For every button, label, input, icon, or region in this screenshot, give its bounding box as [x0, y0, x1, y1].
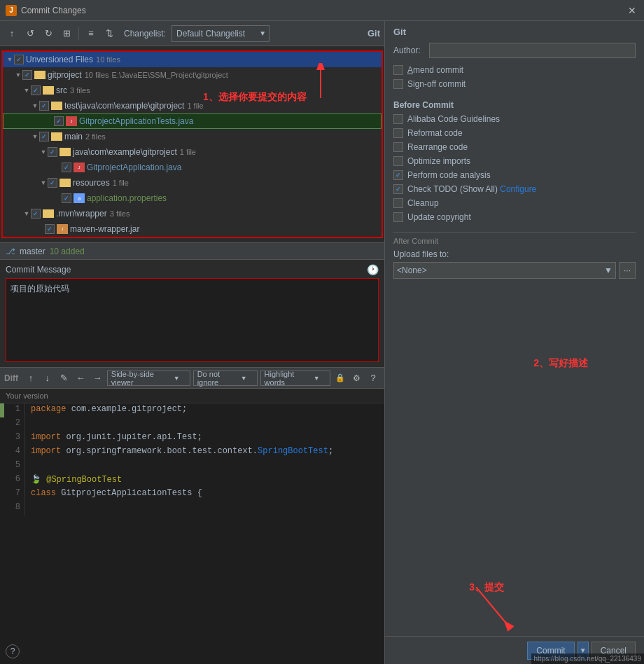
java-pkg-expand-arrow: ▼	[39, 148, 48, 156]
git-section-label: Git	[393, 27, 636, 37]
refresh-btn[interactable]: ↻	[41, 26, 56, 41]
alibaba-checkbox[interactable]	[393, 114, 403, 124]
diff-down-btn[interactable]: ↓	[41, 371, 55, 386]
unversioned-files-row[interactable]: ▼ ✓ Unversioned Files 10 files	[3, 52, 382, 67]
upload-dropdown[interactable]: <None> ▼	[393, 262, 616, 279]
jar-checkbox[interactable]: ✓	[45, 224, 55, 234]
java-pkg-row[interactable]: ▼ ✓ java\com\example\gitproject 1 file	[3, 144, 382, 160]
main-count: 2 files	[85, 132, 106, 141]
viewer-dropdown[interactable]: Side-by-side viewer ▼	[107, 371, 190, 386]
group-btn[interactable]: ⊞	[59, 26, 74, 41]
diff-forward-btn[interactable]: →	[90, 371, 104, 386]
upload-dropdown-arrow: ▼	[604, 265, 612, 275]
sign-off-label: Sign-off commit	[407, 79, 465, 89]
help-diff-btn[interactable]: ?	[366, 371, 380, 386]
author-row: Author:	[393, 43, 636, 58]
src-row[interactable]: ▼ ✓ src 3 files	[3, 83, 382, 98]
git-label-top: Git	[368, 28, 380, 39]
main-row[interactable]: ▼ ✓ main 2 files	[3, 129, 382, 144]
props-checkbox[interactable]: ✓	[62, 193, 71, 203]
java-icon-app: J	[74, 162, 85, 172]
move-up-toolbar-btn[interactable]: ↑	[4, 26, 20, 41]
src-folder-icon	[43, 86, 54, 95]
collapse-btn[interactable]: ⇅	[102, 26, 117, 41]
lock-btn[interactable]: 🔒	[333, 371, 347, 386]
expand-btn[interactable]: ≡	[83, 26, 99, 41]
line-num-5: 5	[4, 459, 25, 473]
help-button[interactable]: ?	[6, 644, 20, 658]
src-count: 3 files	[70, 86, 90, 95]
src-checkbox[interactable]: ✓	[31, 85, 41, 95]
cleanup-checkbox[interactable]	[393, 198, 403, 208]
reformat-label: Reformat code	[407, 128, 463, 138]
mvn-count: 3 files	[110, 209, 130, 218]
optimize-checkbox[interactable]	[393, 156, 403, 166]
test-label: test\java\com\example\gitproject	[64, 101, 184, 111]
commit-msg-label: Commit Message	[6, 265, 71, 275]
amend-commit-checkbox[interactable]	[393, 65, 403, 75]
resources-checkbox[interactable]: ✓	[48, 178, 57, 188]
gitproject-tests-row[interactable]: ✓ J GitprojectApplicationTests.java	[3, 113, 382, 129]
test-row[interactable]: ▼ ✓ test\java\com\example\gitproject 1 f…	[3, 98, 382, 113]
undo-btn[interactable]: ↺	[22, 26, 38, 41]
gitproject-label: gitproject	[48, 70, 82, 80]
author-input[interactable]	[429, 43, 636, 58]
code-area: Your version 1 package com.example.gitpr…	[0, 389, 384, 664]
ignore-dropdown[interactable]: Do not ignore ▼	[193, 371, 258, 386]
props-row[interactable]: ✓ ⚙ application.properties	[3, 191, 382, 206]
gitproject-app-row[interactable]: ✓ J GitprojectApplication.java	[3, 160, 382, 175]
settings-btn[interactable]: ⚙	[350, 371, 364, 386]
gitproject-row[interactable]: ▼ ✓ gitproject 10 files E:\JavaEE\SSM_Pr…	[3, 67, 382, 83]
added-label: 10 added	[50, 247, 85, 256]
tests-checkbox[interactable]: ✓	[54, 116, 64, 126]
diff-up-btn[interactable]: ↑	[24, 371, 38, 386]
mvn-checkbox[interactable]: ✓	[31, 209, 41, 219]
optimize-label: Optimize imports	[407, 156, 470, 166]
amend-commit-label: Amend commit	[407, 65, 463, 75]
code-line-7: 7 class GitprojectApplicationTests {	[0, 487, 384, 502]
main-folder-icon	[51, 132, 62, 141]
after-commit-label: After Commit	[393, 237, 438, 245]
unversioned-count: 10 files	[96, 55, 120, 64]
java-pkg-checkbox[interactable]: ✓	[48, 147, 57, 157]
java-icon-tests: J	[66, 116, 77, 126]
resources-count: 1 file	[113, 179, 129, 187]
diff-edit-btn[interactable]: ✎	[57, 371, 71, 386]
configure-link[interactable]: Configure	[500, 184, 536, 194]
diff-section: Diff ↑ ↓ ✎ ← → Side-by-side viewer ▼ Do …	[0, 367, 384, 664]
sign-off-checkbox[interactable]	[393, 79, 403, 89]
resources-row[interactable]: ▼ ✓ resources 1 file	[3, 175, 382, 191]
reformat-checkbox[interactable]	[393, 128, 403, 138]
diff-back-btn[interactable]: ←	[74, 371, 88, 386]
gitproject-checkbox[interactable]: ✓	[22, 70, 32, 80]
no-arrow3	[53, 194, 62, 202]
upload-extra-btn[interactable]: ···	[619, 262, 636, 279]
java-pkg-label: java\com\example\gitproject	[73, 147, 177, 157]
upload-label: Upload files to:	[393, 249, 636, 259]
changelist-dropdown[interactable]: Default Changelist ▼	[172, 25, 270, 42]
highlight-dropdown[interactable]: Highlight words ▼	[260, 371, 330, 386]
todo-checkbox[interactable]: ✓	[393, 184, 403, 194]
unversioned-checkbox[interactable]: ✓	[14, 55, 24, 64]
perform-checkbox[interactable]: ✓	[393, 170, 403, 180]
gitproject-count: 10 files	[85, 71, 109, 79]
rearrange-checkbox[interactable]	[393, 142, 403, 152]
commit-message-input[interactable]: 项目的原始代码	[6, 278, 379, 362]
line-content-3: import org.junit.jupiter.api.Test;	[25, 431, 384, 445]
mvn-folder-icon	[43, 209, 54, 218]
copyright-checkbox[interactable]	[393, 212, 403, 222]
mvn-row[interactable]: ▼ ✓ .mvn\wrapper 3 files	[3, 206, 382, 221]
test-folder-icon	[51, 102, 62, 110]
author-label: Author:	[393, 46, 425, 55]
diff-toolbar: Diff ↑ ↓ ✎ ← → Side-by-side viewer ▼ Do …	[0, 368, 384, 389]
line-num-8: 8	[4, 502, 25, 516]
rearrange-row: Rearrange code	[393, 142, 636, 152]
close-button[interactable]: ✕	[626, 4, 638, 17]
code-line-3: 3 import org.junit.jupiter.api.Test;	[0, 431, 384, 445]
line-num-4: 4	[4, 445, 25, 459]
after-commit-divider: After Commit	[393, 232, 636, 245]
test-checkbox[interactable]: ✓	[39, 101, 49, 111]
jar-row[interactable]: ✓ J maven-wrapper.jar	[3, 221, 382, 237]
app-checkbox[interactable]: ✓	[62, 162, 71, 172]
main-checkbox[interactable]: ✓	[39, 132, 49, 141]
